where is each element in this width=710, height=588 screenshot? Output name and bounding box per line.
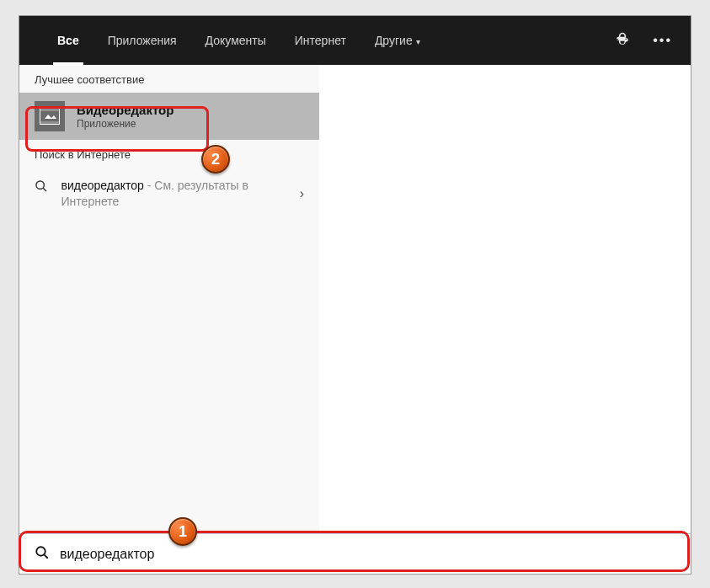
chevron-right-icon[interactable]: ›	[300, 186, 304, 201]
search-header: Все Приложения Документы Интернет Другие…	[19, 16, 691, 65]
search-icon	[35, 545, 50, 564]
web-result-query: видеоредактор	[61, 179, 144, 192]
more-options-icon[interactable]: •••	[653, 33, 672, 48]
header-actions: •••	[614, 31, 672, 51]
best-match-header: Лучшее соответствие	[19, 65, 319, 93]
best-match-result[interactable]: Видеоредактор Приложение	[19, 93, 319, 140]
web-search-result[interactable]: видеоредактор - См. результаты в Интерне…	[19, 168, 319, 220]
results-list: Лучшее соответствие Видеоредактор Прилож…	[19, 65, 319, 533]
tab-all[interactable]: Все	[43, 16, 93, 65]
video-editor-icon	[35, 101, 65, 131]
svg-point-5	[36, 547, 45, 556]
tab-web[interactable]: Интернет	[280, 16, 360, 65]
search-input[interactable]	[60, 547, 675, 562]
tab-apps[interactable]: Приложения	[93, 16, 191, 65]
web-result-text: видеоредактор - См. результаты в Интерне…	[61, 178, 304, 210]
svg-line-4	[43, 188, 46, 191]
svg-line-6	[45, 554, 48, 558]
search-bar[interactable]	[19, 533, 691, 574]
best-match-title: Видеоредактор	[77, 103, 173, 117]
search-icon	[35, 179, 51, 196]
results-area: Лучшее соответствие Видеоредактор Прилож…	[19, 65, 691, 533]
chevron-down-icon: ▾	[416, 37, 420, 46]
search-window: Все Приложения Документы Интернет Другие…	[19, 15, 691, 575]
best-match-subtitle: Приложение	[77, 118, 173, 130]
feedback-icon[interactable]	[614, 31, 631, 51]
svg-rect-2	[40, 121, 60, 125]
tab-more[interactable]: Другие▾	[360, 16, 435, 65]
svg-point-3	[36, 181, 44, 189]
tab-documents[interactable]: Документы	[191, 16, 280, 65]
tab-more-label: Другие	[375, 34, 413, 47]
filter-tabs: Все Приложения Документы Интернет Другие…	[43, 16, 435, 65]
best-match-text: Видеоредактор Приложение	[77, 103, 173, 130]
svg-rect-1	[40, 108, 60, 111]
web-search-header: Поиск в Интернете	[19, 140, 319, 168]
preview-pane	[319, 65, 691, 533]
